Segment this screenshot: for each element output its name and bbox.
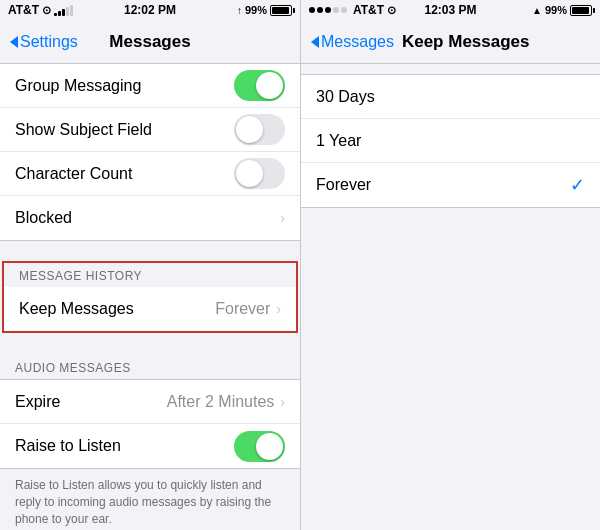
raise-to-listen-knob [256,433,283,460]
d5 [341,7,347,13]
bar5 [70,5,73,16]
audio-settings-group: Expire After 2 Minutes › Raise to Listen [0,379,300,469]
group-messaging-knob [256,72,283,99]
raise-to-listen-row[interactable]: Raise to Listen [0,424,300,468]
right-spacer-top [301,64,600,74]
right-wifi: ⊙ [387,4,396,17]
option-forever-row[interactable]: Forever ✓ [301,163,600,207]
right-panel: AT&T ⊙ 12:03 PM ▲ 99% Messages Keep Mess… [300,0,600,530]
blocked-row[interactable]: Blocked › [0,196,300,240]
d3 [325,7,331,13]
option-30-days-label: 30 Days [316,88,585,106]
right-back-label: Messages [321,33,394,51]
show-subject-knob [236,116,263,143]
d2 [317,7,323,13]
right-battery-fill [572,7,589,14]
group-messaging-row[interactable]: Group Messaging [0,64,300,108]
character-count-knob [236,160,263,187]
audio-messages-header: AUDIO MESSAGES [0,353,300,379]
group-messaging-toggle[interactable] [234,70,285,101]
d1 [309,7,315,13]
left-battery-pct: 99% [245,4,267,16]
option-30-days-row[interactable]: 30 Days [301,75,600,119]
right-back-button[interactable]: Messages [311,33,394,51]
bar2 [58,11,61,16]
keep-messages-chevron: › [276,301,281,317]
keep-messages-row[interactable]: Keep Messages Forever › [4,287,296,331]
character-count-toggle[interactable] [234,158,285,189]
option-1-year-label: 1 Year [316,132,585,150]
left-nav-bar: Settings Messages [0,20,300,64]
message-history-group: Keep Messages Forever › [4,287,296,331]
left-nav-title: Messages [109,32,190,52]
keep-messages-value: Forever [215,300,270,318]
option-forever-label: Forever [316,176,570,194]
spacer1 [0,241,300,261]
spacer2 [0,333,300,353]
show-subject-label: Show Subject Field [15,121,234,139]
left-back-button[interactable]: Settings [10,33,78,51]
left-gps-icon: ↑ [237,5,242,16]
expire-chevron: › [280,394,285,410]
show-subject-row[interactable]: Show Subject Field [0,108,300,152]
blocked-chevron: › [280,210,285,226]
left-content: Group Messaging Show Subject Field Chara… [0,64,300,530]
right-status-right: ▲ 99% [532,4,592,16]
left-carrier: AT&T [8,3,39,17]
right-status-left: AT&T ⊙ [309,3,396,17]
bar4 [66,7,69,16]
left-wifi-icon: ⊙ [42,4,51,17]
left-status-bar: AT&T ⊙ 12:02 PM ↑ 99% [0,0,300,20]
left-back-label: Settings [20,33,78,51]
message-history-container: MESSAGE HISTORY Keep Messages Forever › [2,261,298,333]
d4 [333,7,339,13]
message-history-header: MESSAGE HISTORY [4,263,296,287]
show-subject-toggle[interactable] [234,114,285,145]
blocked-label: Blocked [15,209,280,227]
left-panel: AT&T ⊙ 12:02 PM ↑ 99% Sett [0,0,300,530]
right-battery-icon [570,5,592,16]
raise-to-listen-label: Raise to Listen [15,437,234,455]
keep-messages-label: Keep Messages [19,300,215,318]
forever-checkmark: ✓ [570,174,585,196]
group-messaging-label: Group Messaging [15,77,234,95]
option-1-year-row[interactable]: 1 Year [301,119,600,163]
left-status-right: ↑ 99% [237,4,292,16]
right-gps-icon: ▲ [532,5,542,16]
left-battery-fill [272,7,289,14]
character-count-label: Character Count [15,165,234,183]
keep-messages-options-group: 30 Days 1 Year Forever ✓ [301,74,600,208]
main-settings-group: Group Messaging Show Subject Field Chara… [0,64,300,241]
bar3 [62,9,65,16]
left-battery-icon [270,5,292,16]
right-content: 30 Days 1 Year Forever ✓ [301,64,600,530]
raise-to-listen-toggle[interactable] [234,431,285,462]
right-battery-pct: 99% [545,4,567,16]
right-carrier: AT&T [353,3,384,17]
right-back-chevron [311,36,319,48]
left-back-chevron [10,36,18,48]
expire-label: Expire [15,393,167,411]
right-time: 12:03 PM [424,3,476,17]
left-status-left: AT&T ⊙ [8,3,73,17]
bar1 [54,13,57,16]
expire-row[interactable]: Expire After 2 Minutes › [0,380,300,424]
right-nav-title: Keep Messages [402,32,530,52]
right-nav-bar: Messages Keep Messages [301,20,600,64]
audio-description: Raise to Listen allows you to quickly li… [0,469,300,530]
left-time: 12:02 PM [124,3,176,17]
right-signal-dots [309,7,347,13]
character-count-row[interactable]: Character Count [0,152,300,196]
left-signal [54,4,73,16]
right-status-bar: AT&T ⊙ 12:03 PM ▲ 99% [301,0,600,20]
expire-value: After 2 Minutes [167,393,275,411]
